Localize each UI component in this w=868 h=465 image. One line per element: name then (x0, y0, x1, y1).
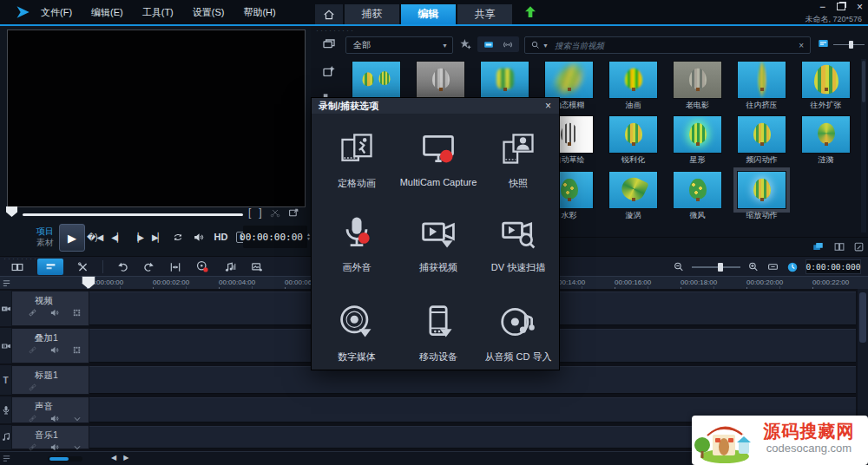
track-header[interactable]: 音乐1 (11, 425, 89, 449)
minimize-button[interactable]: − (819, 2, 825, 12)
dialog-close-button[interactable]: × (545, 98, 559, 114)
capture-option-item[interactable]: 快照 (478, 129, 558, 190)
library-scrollbar[interactable] (861, 59, 866, 232)
playhead-marker[interactable] (82, 276, 95, 289)
split-clip-icon[interactable] (270, 207, 280, 218)
library-grid-icon[interactable] (833, 241, 845, 252)
waveform-chevron-icon[interactable] (72, 443, 82, 452)
menu-tools[interactable]: 工具(T) (133, 6, 183, 19)
mode-project-label[interactable]: 项目 (36, 226, 54, 237)
mark-out-button[interactable]: ] (259, 206, 261, 219)
balloon-graphic (625, 123, 642, 144)
thumbnail-image (416, 61, 465, 99)
capture-option-item[interactable]: MultiCam Capture (398, 129, 478, 187)
toolbar-timecode[interactable]: 0:00:00:000 (806, 259, 861, 274)
link-icon[interactable] (28, 308, 37, 318)
dialog-title: 录制/捕获选项 (312, 100, 545, 113)
waveform-chevron-icon[interactable] (72, 415, 82, 423)
library-thumbnail[interactable]: 频闪动作 (737, 115, 786, 166)
menu-edit[interactable]: 编辑(E) (82, 6, 133, 19)
tab-home[interactable] (315, 4, 343, 24)
track-header[interactable]: 叠加1 (11, 328, 89, 363)
zoom-out-icon[interactable] (673, 261, 685, 272)
export-up-arrow-icon[interactable] (523, 5, 537, 19)
clock-icon[interactable] (786, 261, 799, 273)
close-button[interactable]: × (857, 2, 863, 12)
fit-project-icon[interactable] (168, 261, 182, 273)
ruler-tick: 00:00:20:00 (746, 278, 783, 286)
track-header[interactable]: 视频 (11, 291, 89, 326)
library-thumbnail[interactable]: 往内挤压 (737, 61, 786, 111)
tab-edit[interactable]: 编辑 (401, 4, 456, 24)
mode-clip-label[interactable]: 素材 (36, 237, 54, 248)
storyboard-view-icon[interactable] (10, 261, 24, 273)
speaker-icon[interactable] (49, 414, 60, 423)
play-button[interactable]: ▶ (59, 224, 85, 252)
tab-share[interactable]: 共享 (457, 4, 512, 24)
library-folders-icon[interactable] (811, 240, 825, 252)
tab-capture[interactable]: 捕获 (345, 4, 399, 24)
enlarge-preview-icon[interactable] (288, 207, 299, 219)
repeat-icon[interactable] (172, 232, 184, 243)
speaker-icon[interactable] (49, 345, 60, 355)
link-icon[interactable] (28, 383, 37, 392)
library-thumbnail[interactable]: 涟漪 (801, 115, 851, 166)
track-options-icon[interactable] (2, 454, 11, 463)
library-thumbnail[interactable]: 老电影 (673, 61, 722, 111)
speaker-icon[interactable] (49, 308, 60, 318)
record-capture-icon[interactable] (195, 260, 210, 273)
restore-button[interactable] (837, 2, 845, 12)
scrubber-track[interactable] (23, 213, 243, 216)
home-icon (323, 9, 335, 21)
capture-option-item[interactable]: 从音频 CD 导入 (478, 303, 558, 363)
timeline-zoom-slider[interactable] (692, 266, 740, 268)
mosaic-grid-icon[interactable] (72, 308, 82, 318)
link-icon[interactable] (28, 345, 37, 355)
thumbnail-image (480, 61, 529, 99)
track-header[interactable]: 标题1 (11, 365, 89, 395)
scroll-right-button[interactable]: ▶ (123, 454, 128, 462)
redo-icon[interactable] (142, 261, 155, 273)
menu-help[interactable]: 帮助(H) (233, 6, 285, 19)
hd-toggle[interactable]: HD (214, 232, 227, 242)
volume-icon[interactable] (193, 232, 205, 243)
capture-options-dialog: 录制/捕获选项 × 定格动画 MultiCam Capture 快照 画外音 捕… (311, 97, 560, 370)
mosaic-grid-icon[interactable] (72, 345, 82, 355)
go-end-button[interactable]: ▶▏ (152, 232, 163, 242)
sound-mixer-icon[interactable] (223, 261, 237, 273)
library-thumbnail[interactable]: 往外扩张 (801, 61, 851, 111)
capture-option-item[interactable]: 数字媒体 (317, 303, 397, 363)
zoom-in-icon[interactable] (747, 261, 760, 272)
library-thumbnail[interactable]: 油画 (608, 61, 658, 111)
scroll-left-button[interactable]: ◀ (111, 454, 116, 462)
capture-option-item[interactable]: 移动设备 (398, 303, 478, 363)
tools-icon[interactable] (76, 261, 89, 273)
mark-in-button[interactable]: [ (248, 206, 251, 219)
library-edit-icon[interactable] (853, 241, 865, 252)
fit-timeline-icon[interactable] (766, 261, 779, 272)
capture-option-item[interactable]: 定格动画 (317, 129, 397, 190)
track-controls (28, 383, 89, 392)
library-thumbnail[interactable]: 漩涡 (608, 171, 658, 221)
prev-frame-button[interactable]: ◀▏ (111, 232, 122, 242)
undo-icon[interactable] (116, 261, 129, 273)
capture-option-item[interactable]: 画外音 (317, 213, 397, 274)
scrubber-handle[interactable] (6, 206, 17, 217)
track-header[interactable]: 声音 (11, 396, 89, 423)
track-list-icon[interactable] (2, 278, 11, 288)
menu-settings[interactable]: 设置(S) (183, 6, 234, 19)
capture-option-item[interactable]: DV 快速扫描 (478, 213, 558, 274)
capture-option-item[interactable]: 捕获视频 (398, 213, 478, 274)
track-height-slider[interactable] (48, 456, 82, 462)
next-frame-button[interactable]: ▕▶ (132, 232, 143, 242)
menu-file[interactable]: 文件(F) (31, 6, 82, 19)
auto-music-icon[interactable] (250, 261, 264, 273)
preview-timecode[interactable]: 00:00:00:00 ▲▼ (243, 226, 307, 248)
timeline-view-button[interactable] (37, 259, 63, 275)
library-thumbnail[interactable]: 星形 (673, 115, 722, 166)
library-thumbnail[interactable]: 缩放动作 (737, 171, 786, 221)
go-start-button[interactable]: �)◀ (87, 232, 102, 242)
link-icon[interactable] (28, 414, 37, 423)
library-thumbnail[interactable]: 锐利化 (608, 115, 658, 166)
library-thumbnail[interactable]: 微风 (673, 171, 722, 221)
